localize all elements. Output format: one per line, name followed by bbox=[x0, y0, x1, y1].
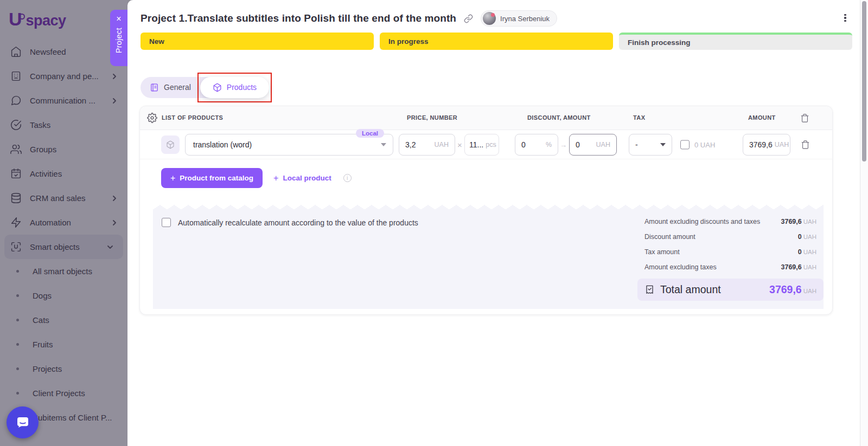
summary-value: 3769,6 bbox=[781, 263, 801, 271]
chevron-right-icon bbox=[111, 98, 118, 104]
project-panel-tab[interactable]: × Project bbox=[110, 10, 127, 66]
sidebar-subitem-client-projects[interactable]: Client Projects bbox=[0, 381, 127, 405]
discount-amount-value: 0 bbox=[576, 140, 580, 149]
more-options-button[interactable] bbox=[841, 13, 850, 23]
product-row: translation (word) Local 3,2 UAH × 11...… bbox=[140, 130, 832, 159]
project-tab-label: Project bbox=[114, 28, 123, 53]
sidebar-item-automation[interactable]: Automation bbox=[0, 210, 127, 235]
tax-value: - bbox=[635, 140, 638, 149]
discount-percent-input[interactable]: 0 % bbox=[515, 134, 558, 156]
summary-unit: UAH bbox=[803, 249, 816, 255]
add-product-actions: + Product from catalog + Local product i bbox=[140, 159, 832, 198]
sidebar-item-smart-objects[interactable]: Smart objects bbox=[4, 235, 123, 259]
titlebar: Project 1.Translate subtitles into Polis… bbox=[127, 0, 868, 27]
plus-icon: + bbox=[273, 174, 278, 182]
catalog-button-label: Product from catalog bbox=[180, 174, 253, 182]
logo-u-glyph: U bbox=[9, 9, 21, 30]
col-amount: AMOUNT bbox=[748, 114, 776, 121]
sidebar-item-newsfeed[interactable]: Newsfeed bbox=[0, 40, 127, 64]
sidebar-subitem-label: Subitems of Client P... bbox=[33, 413, 112, 422]
tab-products[interactable]: Products bbox=[200, 77, 269, 98]
close-icon[interactable]: × bbox=[116, 15, 121, 23]
product-select[interactable]: translation (word) Local bbox=[185, 134, 393, 156]
sidebar-item-label: Automation bbox=[30, 218, 71, 227]
tax-select[interactable]: - bbox=[629, 134, 672, 156]
delete-all-icon[interactable] bbox=[800, 113, 809, 123]
delete-row-icon[interactable] bbox=[801, 140, 810, 150]
sidebar-subitem-label: Dogs bbox=[33, 291, 52, 300]
arrow-right-sign: → bbox=[560, 140, 567, 148]
price-input[interactable]: 3,2 UAH bbox=[399, 134, 455, 156]
summary-row: Discount amount 0UAH bbox=[637, 229, 824, 244]
amount-input[interactable]: 3769,6 UAH bbox=[743, 134, 790, 156]
quantity-input[interactable]: 11... pcs bbox=[464, 134, 499, 156]
stage-label: Finish processing bbox=[628, 38, 691, 47]
notebook-icon bbox=[150, 83, 159, 92]
sidebar-item-label: Company and pe... bbox=[30, 72, 99, 81]
discount-amount-input[interactable]: 0 UAH bbox=[569, 134, 617, 156]
chevron-down-icon bbox=[660, 143, 666, 146]
recalculate-checkbox[interactable] bbox=[162, 218, 171, 227]
summary-label: Discount amount bbox=[644, 233, 695, 241]
summary-row: Amount excluding discounts and taxes 376… bbox=[637, 214, 824, 229]
summary-row: Amount excluding taxes 3769,6UAH bbox=[637, 260, 824, 275]
product-from-catalog-button[interactable]: + Product from catalog bbox=[161, 168, 263, 188]
project-panel: Project 1.Translate subtitles into Polis… bbox=[127, 0, 868, 446]
quantity-unit: pcs bbox=[486, 141, 496, 148]
sidebar-item-label: Newsfeed bbox=[30, 47, 66, 56]
package-icon bbox=[166, 140, 175, 149]
package-icon bbox=[213, 83, 222, 92]
summary-label: Tax amount bbox=[644, 248, 680, 256]
settings-gear-icon[interactable] bbox=[147, 113, 157, 123]
database-icon bbox=[10, 192, 22, 204]
summary-value: 3769,6 bbox=[781, 218, 801, 225]
sidebar-subitem-all-smart-objects[interactable]: All smart objects bbox=[0, 259, 127, 283]
chevron-right-icon bbox=[111, 73, 118, 80]
sidebar-item-communication[interactable]: Communication ... bbox=[0, 88, 127, 113]
sidebar-item-activities[interactable]: Activities bbox=[0, 161, 127, 186]
summary-unit: UAH bbox=[803, 264, 816, 270]
products-table-header: LIST OF PRODUCTS PRICE, NUMBER DISCOUNT,… bbox=[140, 106, 832, 130]
owner-name: Iryna Serbeniuk bbox=[500, 15, 550, 23]
sidebar-item-crm[interactable]: CRM and sales bbox=[0, 186, 127, 210]
stage-new[interactable]: New bbox=[141, 33, 374, 50]
col-tax: TAX bbox=[633, 114, 645, 121]
products-table-card: LIST OF PRODUCTS PRICE, NUMBER DISCOUNT,… bbox=[139, 106, 833, 315]
local-product-button[interactable]: + Local product bbox=[273, 174, 331, 182]
chat-launcher-button[interactable] bbox=[7, 406, 39, 438]
product-name: translation (word) bbox=[193, 140, 252, 149]
summary-value: 0 bbox=[798, 233, 802, 241]
stage-finish-processing[interactable]: Finish processing bbox=[619, 33, 852, 50]
owner-chip[interactable]: Iryna Serbeniuk bbox=[481, 10, 557, 27]
vertical-scrollbar[interactable] bbox=[860, 0, 868, 446]
sidebar-subitem-fruits[interactable]: Fruits bbox=[0, 332, 127, 357]
total-amount-label: Total amount bbox=[660, 283, 721, 296]
summary-label: Amount excluding discounts and taxes bbox=[644, 218, 760, 225]
avatar bbox=[483, 12, 496, 25]
total-amount-unit: UAH bbox=[803, 288, 816, 294]
sidebar-item-company[interactable]: Company and pe... bbox=[0, 64, 127, 88]
sidebar-subitem-dogs[interactable]: Dogs bbox=[0, 283, 127, 308]
chat-icon bbox=[10, 95, 22, 106]
tax-included-checkbox[interactable] bbox=[680, 140, 690, 149]
sidebar-item-tasks[interactable]: Tasks bbox=[0, 113, 127, 137]
recalculate-label: Automatically recalculate amount accordi… bbox=[178, 218, 418, 227]
chevron-down-icon bbox=[381, 143, 386, 146]
check-circle-icon bbox=[10, 119, 22, 131]
sidebar-subitem-cats[interactable]: Cats bbox=[0, 308, 127, 332]
info-icon[interactable]: i bbox=[343, 174, 352, 182]
sidebar-subitem-projects[interactable]: Projects bbox=[0, 357, 127, 381]
quantity-value: 11... bbox=[469, 140, 483, 149]
summary-unit: UAH bbox=[803, 234, 816, 240]
link-icon[interactable] bbox=[464, 14, 473, 23]
discount-amount-unit: UAH bbox=[596, 141, 610, 148]
zap-icon bbox=[10, 217, 22, 228]
uspacy-logo[interactable]: U spacy bbox=[0, 0, 127, 32]
zigzag-edge bbox=[153, 205, 824, 210]
scrollbar-thumb[interactable] bbox=[862, 1, 866, 161]
stage-in-progress[interactable]: In progress bbox=[380, 33, 613, 50]
sidebar-item-groups[interactable]: Groups bbox=[0, 137, 127, 161]
amount-value: 3769,6 bbox=[749, 140, 773, 149]
sidebar-subitem-label: Cats bbox=[33, 315, 49, 325]
amount-unit: UAH bbox=[775, 141, 789, 148]
